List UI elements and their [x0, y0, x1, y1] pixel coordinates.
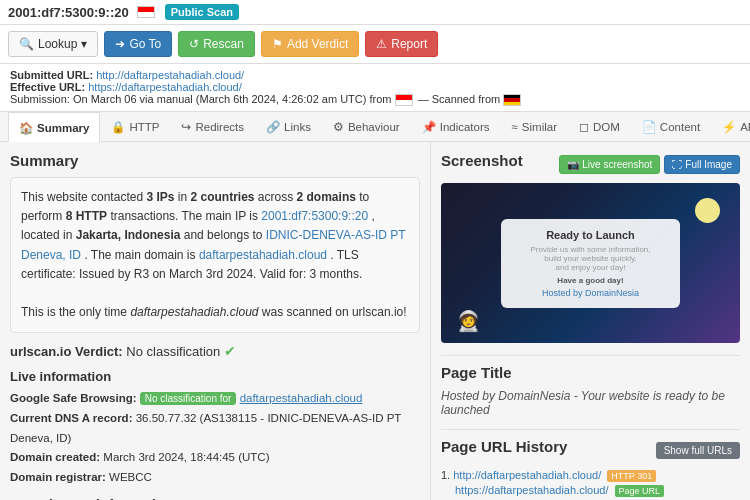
screenshot-section: Screenshot 📷 Live screenshot ⛶ Full Imag…: [441, 152, 740, 343]
tab-redirects[interactable]: ↪ Redirects: [170, 112, 255, 141]
tab-behaviour[interactable]: ⚙ Behaviour: [322, 112, 411, 141]
nav-tabs: 🏠 Summary 🔒 HTTP ↪ Redirects 🔗 Links ⚙ B…: [0, 112, 750, 142]
url-history-link-1[interactable]: http://daftarpestahadiah.cloud/: [453, 469, 601, 481]
safe-badge: No classification for: [140, 392, 237, 405]
page-url-badge: Page URL: [615, 485, 665, 497]
lookup-button[interactable]: 🔍 Lookup ▾: [8, 31, 98, 57]
tab-links[interactable]: 🔗 Links: [255, 112, 322, 141]
url-history-item: https://daftarpestahadiah.cloud/ Page UR…: [441, 484, 740, 496]
moon-decoration: [695, 198, 720, 223]
screenshot-content: Ready to Launch Provide us with some inf…: [501, 219, 680, 308]
scan-flag-icon: [503, 94, 521, 106]
main-ip-link[interactable]: 2001:df7:5300:9::20: [261, 209, 368, 223]
live-info: Live information Google Safe Browsing: N…: [10, 369, 420, 487]
page-title-section: Page Title Hosted by DomainNesia - Your …: [441, 364, 740, 417]
url-history-title: Page URL History: [441, 438, 567, 455]
add-verdict-button[interactable]: ⚑ Add Verdict: [261, 31, 359, 57]
main-content: Summary This website contacted 3 IPs in …: [0, 142, 750, 500]
submission-info: Submitted URL: http://daftarpestahadiah.…: [0, 64, 750, 112]
url-history-item: 1. http://daftarpestahadiah.cloud/ HTTP …: [441, 469, 740, 481]
origin-flag-icon: [395, 94, 413, 106]
verdict-section: urlscan.io Verdict: No classification ✔: [10, 343, 420, 359]
summary-title: Summary: [10, 152, 420, 169]
url-history-link-2[interactable]: https://daftarpestahadiah.cloud/: [455, 484, 609, 496]
screenshot-title: Screenshot: [441, 152, 523, 169]
screenshot-header: Screenshot 📷 Live screenshot ⛶ Full Imag…: [441, 152, 740, 177]
show-full-urls-button[interactable]: Show full URLs: [656, 442, 740, 459]
expand-icon: ⛶: [672, 159, 682, 170]
screenshot-preview[interactable]: Ready to Launch Provide us with some inf…: [441, 183, 740, 343]
page-title-header: Page Title: [441, 364, 740, 381]
goto-icon: ➜: [115, 37, 125, 51]
effective-url-link[interactable]: https://daftarpestahadiah.cloud/: [88, 81, 242, 93]
http301-badge: HTTP 301: [607, 470, 656, 482]
public-scan-badge: Public Scan: [165, 4, 239, 20]
astronaut-decoration: 🧑‍🚀: [456, 309, 481, 333]
flag-id-icon: [137, 6, 155, 18]
tab-summary[interactable]: 🏠 Summary: [8, 112, 100, 142]
divider-2: [441, 429, 740, 430]
tab-api[interactable]: ⚡ API: [711, 112, 750, 141]
safe-domain-link[interactable]: daftarpestahadiah.cloud: [240, 392, 363, 404]
domain-link[interactable]: daftarpestahadiah.cloud: [199, 248, 327, 262]
verdict-title: urlscan.io Verdict: No classification ✔: [10, 344, 236, 359]
tab-dom[interactable]: ◻ DOM: [568, 112, 631, 141]
summary-box: This website contacted 3 IPs in 2 countr…: [10, 177, 420, 333]
tab-content[interactable]: 📄 Content: [631, 112, 711, 141]
rescan-icon: ↺: [189, 37, 199, 51]
url-history-section: Page URL History Show full URLs 1. http:…: [441, 438, 740, 496]
full-image-button[interactable]: ⛶ Full Image: [664, 155, 740, 174]
divider: [441, 355, 740, 356]
toolbar: 🔍 Lookup ▾ ➜ Go To ↺ Rescan ⚑ Add Verdic…: [0, 25, 750, 64]
tab-similar[interactable]: ≈ Similar: [501, 112, 568, 141]
top-bar: 2001:df7:5300:9::20 Public Scan: [0, 0, 750, 25]
page-title-text: Hosted by DomainNesia - Your website is …: [441, 389, 740, 417]
rescan-button[interactable]: ↺ Rescan: [178, 31, 255, 57]
right-panel: Screenshot 📷 Live screenshot ⛶ Full Imag…: [430, 142, 750, 500]
left-panel: Summary This website contacted 3 IPs in …: [0, 142, 430, 500]
live-info-title: Live information: [10, 369, 420, 384]
camera-icon: 📷: [567, 159, 579, 170]
submitted-url-link[interactable]: http://daftarpestahadiah.cloud/: [96, 69, 244, 81]
report-icon: ⚠: [376, 37, 387, 51]
tab-indicators[interactable]: 📌 Indicators: [411, 112, 501, 141]
report-button[interactable]: ⚠ Report: [365, 31, 438, 57]
dropdown-icon: ▾: [81, 37, 87, 51]
goto-button[interactable]: ➜ Go To: [104, 31, 172, 57]
check-icon: ✔: [224, 343, 236, 359]
ip-address-display: 2001:df7:5300:9::20: [8, 5, 129, 20]
tab-http[interactable]: 🔒 HTTP: [100, 112, 170, 141]
verdict-icon: ⚑: [272, 37, 283, 51]
search-icon: 🔍: [19, 37, 34, 51]
url-history-header: Page URL History Show full URLs: [441, 438, 740, 463]
screenshot-buttons: 📷 Live screenshot ⛶ Full Image: [559, 155, 740, 174]
live-screenshot-button[interactable]: 📷 Live screenshot: [559, 155, 660, 174]
